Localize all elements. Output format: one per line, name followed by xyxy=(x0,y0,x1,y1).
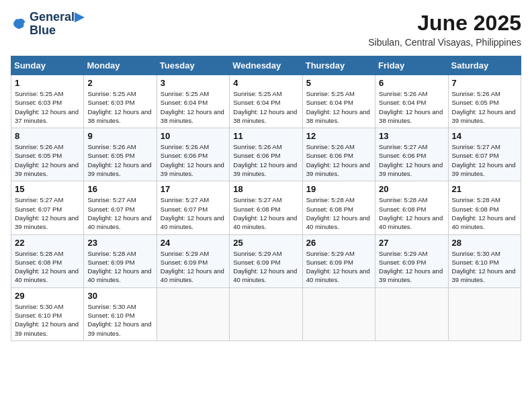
day-number: 23 xyxy=(87,238,152,248)
day-number: 14 xyxy=(452,131,517,141)
calendar-cell: 9 Sunrise: 5:26 AMSunset: 6:05 PMDayligh… xyxy=(84,128,157,181)
col-tuesday: Tuesday xyxy=(157,56,229,75)
calendar-cell: 5 Sunrise: 5:25 AMSunset: 6:04 PMDayligh… xyxy=(302,75,375,128)
day-number: 13 xyxy=(379,131,444,141)
day-info: Sunrise: 5:28 AMSunset: 6:08 PMDaylight:… xyxy=(306,195,371,231)
calendar-cell: 10 Sunrise: 5:26 AMSunset: 6:06 PMDaylig… xyxy=(157,128,229,181)
day-info: Sunrise: 5:27 AMSunset: 6:07 PMDaylight:… xyxy=(87,195,152,231)
logo-line1: General▶ xyxy=(30,11,84,24)
day-info: Sunrise: 5:26 AMSunset: 6:05 PMDaylight:… xyxy=(15,142,80,178)
calendar-cell: 14 Sunrise: 5:27 AMSunset: 6:07 PMDaylig… xyxy=(448,128,521,181)
calendar-cell: 28 Sunrise: 5:30 AMSunset: 6:10 PMDaylig… xyxy=(448,234,521,287)
calendar-week-1: 1 Sunrise: 5:25 AMSunset: 6:03 PMDayligh… xyxy=(11,75,521,128)
day-number: 5 xyxy=(306,78,371,88)
day-number: 8 xyxy=(15,131,80,141)
day-number: 10 xyxy=(161,131,226,141)
calendar-cell: 24 Sunrise: 5:29 AMSunset: 6:09 PMDaylig… xyxy=(157,234,229,287)
calendar-cell: 29 Sunrise: 5:30 AMSunset: 6:10 PMDaylig… xyxy=(11,287,84,340)
day-info: Sunrise: 5:27 AMSunset: 6:07 PMDaylight:… xyxy=(161,195,226,231)
day-number: 11 xyxy=(233,131,298,141)
day-info: Sunrise: 5:30 AMSunset: 6:10 PMDaylight:… xyxy=(15,302,80,338)
calendar-week-5: 29 Sunrise: 5:30 AMSunset: 6:10 PMDaylig… xyxy=(11,287,521,340)
day-info: Sunrise: 5:26 AMSunset: 6:04 PMDaylight:… xyxy=(379,89,444,125)
col-wednesday: Wednesday xyxy=(230,56,302,75)
calendar-body: 1 Sunrise: 5:25 AMSunset: 6:03 PMDayligh… xyxy=(11,75,521,341)
location: Sibulan, Central Visayas, Philippines xyxy=(368,37,521,48)
col-friday: Friday xyxy=(375,56,448,75)
calendar-cell: 8 Sunrise: 5:26 AMSunset: 6:05 PMDayligh… xyxy=(11,128,84,181)
col-sunday: Sunday xyxy=(11,56,84,75)
day-info: Sunrise: 5:28 AMSunset: 6:09 PMDaylight:… xyxy=(87,249,152,285)
day-info: Sunrise: 5:30 AMSunset: 6:10 PMDaylight:… xyxy=(452,249,517,285)
day-info: Sunrise: 5:25 AMSunset: 6:04 PMDaylight:… xyxy=(233,89,298,125)
day-info: Sunrise: 5:25 AMSunset: 6:03 PMDaylight:… xyxy=(87,89,152,125)
logo-line2: Blue xyxy=(30,24,84,38)
calendar-cell: 20 Sunrise: 5:28 AMSunset: 6:08 PMDaylig… xyxy=(375,181,448,234)
calendar-cell: 18 Sunrise: 5:27 AMSunset: 6:08 PMDaylig… xyxy=(230,181,302,234)
day-number: 3 xyxy=(161,78,226,88)
day-info: Sunrise: 5:27 AMSunset: 6:07 PMDaylight:… xyxy=(15,195,80,231)
logo: General▶ Blue xyxy=(11,11,84,38)
calendar-cell: 13 Sunrise: 5:27 AMSunset: 6:06 PMDaylig… xyxy=(375,128,448,181)
calendar-cell xyxy=(375,287,448,340)
calendar-cell: 19 Sunrise: 5:28 AMSunset: 6:08 PMDaylig… xyxy=(302,181,375,234)
calendar-week-4: 22 Sunrise: 5:28 AMSunset: 6:08 PMDaylig… xyxy=(11,234,521,287)
calendar-cell: 26 Sunrise: 5:29 AMSunset: 6:09 PMDaylig… xyxy=(302,234,375,287)
calendar-cell: 30 Sunrise: 5:30 AMSunset: 6:10 PMDaylig… xyxy=(84,287,157,340)
calendar-cell: 11 Sunrise: 5:26 AMSunset: 6:06 PMDaylig… xyxy=(230,128,302,181)
day-info: Sunrise: 5:26 AMSunset: 6:05 PMDaylight:… xyxy=(87,142,152,178)
day-number: 7 xyxy=(452,78,517,88)
day-number: 2 xyxy=(87,78,152,88)
calendar-cell: 6 Sunrise: 5:26 AMSunset: 6:04 PMDayligh… xyxy=(375,75,448,128)
day-info: Sunrise: 5:25 AMSunset: 6:04 PMDaylight:… xyxy=(161,89,226,125)
calendar-cell: 4 Sunrise: 5:25 AMSunset: 6:04 PMDayligh… xyxy=(230,75,302,128)
day-info: Sunrise: 5:29 AMSunset: 6:09 PMDaylight:… xyxy=(306,249,371,285)
day-info: Sunrise: 5:30 AMSunset: 6:10 PMDaylight:… xyxy=(87,302,152,338)
calendar-week-2: 8 Sunrise: 5:26 AMSunset: 6:05 PMDayligh… xyxy=(11,128,521,181)
day-number: 22 xyxy=(15,238,80,248)
calendar-cell: 12 Sunrise: 5:26 AMSunset: 6:06 PMDaylig… xyxy=(302,128,375,181)
calendar-cell: 16 Sunrise: 5:27 AMSunset: 6:07 PMDaylig… xyxy=(84,181,157,234)
day-number: 30 xyxy=(87,291,152,301)
calendar-cell xyxy=(302,287,375,340)
title-block: June 2025 Sibulan, Central Visayas, Phil… xyxy=(368,11,521,48)
day-number: 21 xyxy=(452,184,517,194)
calendar-cell: 22 Sunrise: 5:28 AMSunset: 6:08 PMDaylig… xyxy=(11,234,84,287)
day-info: Sunrise: 5:28 AMSunset: 6:08 PMDaylight:… xyxy=(379,195,444,231)
col-saturday: Saturday xyxy=(448,56,521,75)
day-info: Sunrise: 5:26 AMSunset: 6:06 PMDaylight:… xyxy=(161,142,226,178)
month-title: June 2025 xyxy=(368,11,521,36)
day-info: Sunrise: 5:29 AMSunset: 6:09 PMDaylight:… xyxy=(161,249,226,285)
calendar-cell: 21 Sunrise: 5:28 AMSunset: 6:08 PMDaylig… xyxy=(448,181,521,234)
day-number: 27 xyxy=(379,238,444,248)
calendar-cell: 27 Sunrise: 5:29 AMSunset: 6:09 PMDaylig… xyxy=(375,234,448,287)
calendar-cell xyxy=(157,287,229,340)
day-info: Sunrise: 5:27 AMSunset: 6:07 PMDaylight:… xyxy=(452,142,517,178)
day-number: 25 xyxy=(233,238,298,248)
day-number: 18 xyxy=(233,184,298,194)
day-info: Sunrise: 5:26 AMSunset: 6:06 PMDaylight:… xyxy=(306,142,371,178)
day-info: Sunrise: 5:27 AMSunset: 6:06 PMDaylight:… xyxy=(379,142,444,178)
calendar-cell: 7 Sunrise: 5:26 AMSunset: 6:05 PMDayligh… xyxy=(448,75,521,128)
calendar-header: General▶ Blue June 2025 Sibulan, Central… xyxy=(11,11,521,48)
logo-text: General▶ Blue xyxy=(30,11,84,38)
calendar-cell: 15 Sunrise: 5:27 AMSunset: 6:07 PMDaylig… xyxy=(11,181,84,234)
day-number: 16 xyxy=(87,184,152,194)
day-number: 20 xyxy=(379,184,444,194)
calendar-cell xyxy=(448,287,521,340)
day-number: 19 xyxy=(306,184,371,194)
day-number: 29 xyxy=(15,291,80,301)
day-number: 17 xyxy=(161,184,226,194)
calendar-cell xyxy=(230,287,302,340)
day-number: 6 xyxy=(379,78,444,88)
day-info: Sunrise: 5:29 AMSunset: 6:09 PMDaylight:… xyxy=(233,249,298,285)
day-number: 4 xyxy=(233,78,298,88)
day-number: 15 xyxy=(15,184,80,194)
calendar-cell: 2 Sunrise: 5:25 AMSunset: 6:03 PMDayligh… xyxy=(84,75,157,128)
day-info: Sunrise: 5:26 AMSunset: 6:06 PMDaylight:… xyxy=(233,142,298,178)
weekday-header-row: Sunday Monday Tuesday Wednesday Thursday… xyxy=(11,56,521,75)
col-monday: Monday xyxy=(84,56,157,75)
day-info: Sunrise: 5:28 AMSunset: 6:08 PMDaylight:… xyxy=(452,195,517,231)
calendar-cell: 1 Sunrise: 5:25 AMSunset: 6:03 PMDayligh… xyxy=(11,75,84,128)
day-info: Sunrise: 5:25 AMSunset: 6:04 PMDaylight:… xyxy=(306,89,371,125)
